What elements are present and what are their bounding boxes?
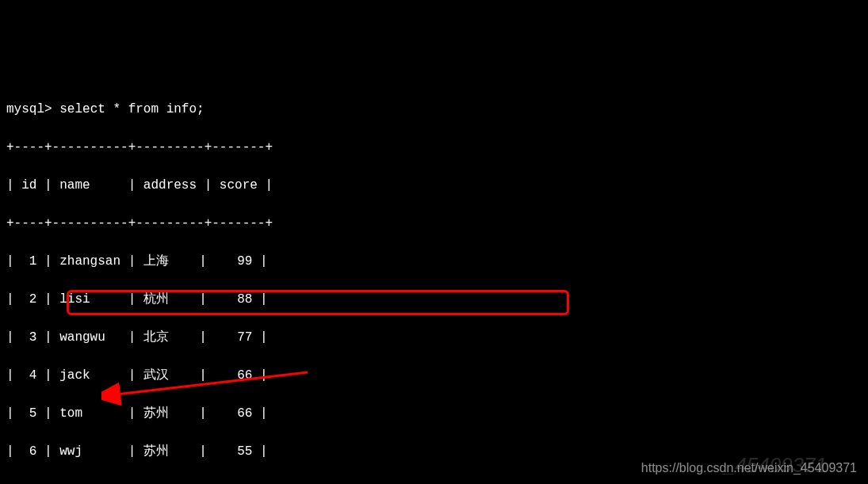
table-separator: +----+----------+---------+-------+ — [6, 214, 862, 233]
table-row: | 3 | wangwu | 北京 | 77 | — [6, 328, 862, 347]
query1-sql: select * from info; — [59, 102, 204, 116]
table-separator: +----+----------+---------+-------+ — [6, 138, 862, 157]
mysql-prompt: mysql> — [6, 102, 59, 116]
watermark-text: https://blog.csdn.net/weixin_45409371 — [641, 459, 857, 478]
table-row: | 4 | jack | 武汉 | 66 | — [6, 366, 862, 385]
query1-line: mysql> select * from info; — [6, 100, 862, 119]
table-row: | 2 | lisi | 杭州 | 88 | — [6, 290, 862, 309]
table-row: | 1 | zhangsan | 上海 | 99 | — [6, 252, 862, 271]
terminal-output: mysql> select * from info; +----+-------… — [6, 81, 862, 484]
table-header: | id | name | address | score | — [6, 176, 862, 195]
table-row: | 5 | tom | 苏州 | 66 | — [6, 404, 862, 423]
